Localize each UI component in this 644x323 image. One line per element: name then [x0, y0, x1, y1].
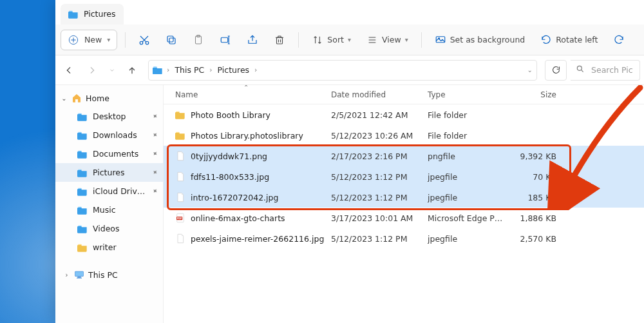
up-button[interactable]: [122, 61, 142, 80]
svg-rect-3: [169, 38, 175, 44]
sidebar-item-icloud-drive-mac-[interactable]: iCloud Drive (Mac)✦: [55, 182, 163, 201]
share-button[interactable]: [242, 30, 263, 50]
file-type: File folder: [428, 131, 511, 141]
sidebar-item-documents[interactable]: Documents✦: [55, 144, 163, 163]
column-headers: Name Date modified Type Size: [164, 85, 644, 104]
file-type: Microsoft Edge P…: [428, 213, 511, 223]
file-name: 0tyjjyyddwk71.png: [191, 152, 267, 161]
sidebar-item-label: Music: [93, 205, 116, 215]
cut-button[interactable]: [133, 30, 155, 50]
col-date-header[interactable]: Date modified: [331, 90, 428, 99]
forward-button[interactable]: [82, 61, 102, 80]
sidebar-item-videos[interactable]: Videos: [55, 219, 163, 238]
file-row[interactable]: intro-1672072042.jpg5/12/2023 1:12 PMjpe…: [164, 187, 644, 208]
file-row[interactable]: PDFonline-6max-gto-charts3/17/2023 10:01…: [164, 208, 644, 228]
svg-rect-8: [277, 37, 283, 44]
sidebar-home[interactable]: ⌄ Home: [55, 89, 163, 107]
file-type: pngfile: [428, 152, 511, 161]
file-date: 5/12/2023 1:12 PM: [331, 172, 428, 182]
breadcrumb-sep: ›: [253, 66, 258, 74]
file-size: 2,570 KB: [511, 234, 563, 244]
file-row[interactable]: fdfs11-800x533.jpg5/12/2023 1:12 PMjpegf…: [164, 166, 644, 187]
nav-row: › This PC › Pictures › ⌄: [55, 55, 644, 85]
new-button[interactable]: New ▾: [61, 30, 117, 50]
svg-point-10: [439, 37, 440, 39]
chevron-down-icon: ▾: [348, 36, 351, 43]
delete-button[interactable]: [269, 30, 290, 50]
tab-title: Pictures: [84, 9, 116, 19]
recent-locations-button[interactable]: [106, 61, 118, 80]
svg-rect-15: [77, 278, 82, 279]
sidebar-item-label: Downloads: [93, 130, 137, 140]
col-size-label: Size: [540, 90, 556, 99]
share-icon: [247, 34, 258, 46]
chevron-down-icon[interactable]: ⌄: [527, 66, 533, 73]
col-date-label: Date modified: [331, 90, 386, 99]
wallpaper-icon: [435, 34, 446, 46]
sidebar-this-pc-label: This PC: [88, 270, 118, 280]
new-label: New: [84, 35, 102, 44]
rotate-right-button[interactable]: [608, 30, 626, 50]
breadcrumb-label: This PC: [175, 65, 204, 75]
file-row[interactable]: Photos Library.photoslibrary5/12/2023 10…: [164, 125, 644, 146]
view-icon: [366, 34, 378, 46]
folder-icon: [175, 110, 185, 120]
set-as-background-button[interactable]: Set as background: [430, 30, 531, 50]
file-type: jpegfile: [428, 172, 511, 182]
refresh-button[interactable]: [545, 60, 567, 81]
pictures-folder-icon: [68, 9, 79, 19]
sort-label: Sort: [327, 35, 344, 44]
file-type: jpegfile: [428, 193, 511, 202]
file-row[interactable]: pexels-jaime-reimer-2662116.jpg5/12/2023…: [164, 228, 644, 249]
rotate-left-button[interactable]: Rotate left: [535, 30, 603, 50]
copy-button[interactable]: [160, 30, 182, 50]
file-row[interactable]: Photo Booth Library2/5/2021 12:42 AMFile…: [164, 104, 644, 125]
sidebar-item-writer[interactable]: writer: [55, 238, 163, 257]
svg-point-2: [146, 41, 149, 44]
folder-icon: [77, 224, 88, 234]
toolbar-separator: [298, 32, 299, 48]
sort-button[interactable]: Sort ▾: [307, 30, 356, 50]
sidebar-this-pc[interactable]: › This PC: [55, 266, 163, 284]
file-row[interactable]: 0tyjjyyddwk71.png2/17/2023 2:16 PMpngfil…: [164, 146, 644, 166]
titlebar: Pictures: [55, 0, 644, 24]
sidebar-item-desktop[interactable]: Desktop✦: [55, 107, 163, 126]
new-plus-icon: [68, 34, 79, 46]
file-size: 1,886 KB: [511, 213, 563, 223]
breadcrumb-label: Pictures: [218, 65, 250, 75]
sidebar-item-label: writer: [93, 242, 117, 252]
back-button[interactable]: [59, 61, 79, 80]
view-button[interactable]: View ▾: [361, 30, 413, 50]
file-date: 2/5/2021 12:42 AM: [331, 110, 428, 120]
file-date: 5/12/2023 1:12 PM: [331, 234, 428, 244]
svg-rect-13: [75, 271, 83, 276]
sidebar-item-label: Videos: [93, 224, 120, 233]
sidebar-item-label: Desktop: [93, 112, 126, 121]
breadcrumb[interactable]: › This PC › Pictures › ⌄: [148, 60, 537, 81]
breadcrumb-this-pc[interactable]: This PC: [173, 65, 205, 75]
file-name: Photo Booth Library: [191, 110, 270, 120]
rename-button[interactable]: [214, 30, 236, 50]
file-pane: ⌃ Name Date modified Type Size Photo Boo…: [164, 85, 644, 323]
col-size-header[interactable]: Size: [511, 90, 563, 99]
rotate-left-label: Rotate left: [556, 35, 598, 44]
sidebar-item-label: iCloud Drive (Mac): [93, 186, 147, 196]
file-date: 5/12/2023 1:12 PM: [331, 193, 428, 202]
pin-icon: ✦: [150, 112, 160, 122]
file-explorer-window: Pictures New ▾: [55, 0, 644, 323]
sidebar-item-music[interactable]: Music: [55, 201, 163, 219]
search-input[interactable]: [590, 64, 634, 75]
sidebar-item-pictures[interactable]: Pictures✦: [55, 163, 163, 182]
folder-icon: [77, 186, 88, 197]
col-type-header[interactable]: Type: [428, 90, 511, 99]
sidebar-item-downloads[interactable]: Downloads✦: [55, 126, 163, 144]
paste-button[interactable]: [187, 30, 209, 50]
sidebar: ⌄ Home Desktop✦Downloads✦Documents✦Pictu…: [55, 85, 164, 323]
window-tab[interactable]: Pictures: [61, 4, 124, 24]
folder-icon: [175, 130, 185, 141]
breadcrumb-pictures[interactable]: Pictures: [216, 65, 251, 75]
chevron-down-icon: ▾: [107, 36, 110, 43]
caret-down-icon: ⌄: [61, 95, 68, 102]
col-name-header[interactable]: Name: [164, 90, 331, 99]
search-box[interactable]: [571, 60, 640, 81]
